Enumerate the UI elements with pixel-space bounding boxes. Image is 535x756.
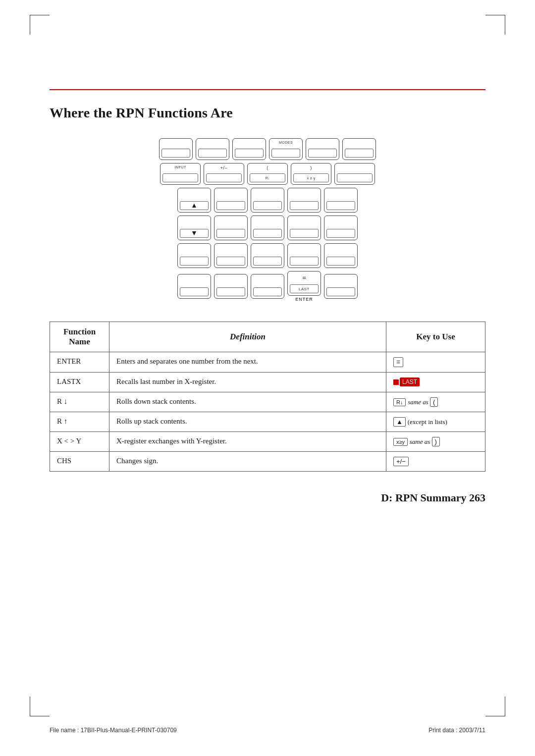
calc-btn-arrowdown: ▼ — [177, 216, 211, 240]
calc-btn — [287, 243, 321, 268]
key-rdown: R↓ same as ( — [386, 392, 485, 412]
def-enter: Enters and separates one number from the… — [109, 352, 386, 373]
th-definition: Definition — [109, 322, 386, 352]
calc-btn-arrowup: ▲ — [177, 188, 211, 213]
calc-btn — [177, 274, 211, 299]
th-function: FunctionName — [50, 322, 109, 352]
bottom-summary: D: RPN Summary 263 — [50, 491, 485, 504]
calc-btn — [251, 216, 284, 240]
calc-btn — [196, 138, 229, 160]
key-enter: = — [386, 352, 485, 373]
corner-mark-tl — [30, 15, 50, 35]
calc-btn — [324, 274, 358, 299]
calc-row-3: ▲ — [177, 188, 358, 213]
calc-btn-empty — [334, 163, 375, 185]
calc-btn-input: INPUT — [160, 163, 201, 185]
func-xxy: X < > Y — [50, 432, 109, 451]
calc-btn — [214, 243, 248, 268]
key-chs: +/− — [386, 451, 485, 471]
calc-btn — [251, 188, 284, 213]
func-lastx: LASTX — [50, 373, 109, 392]
def-lastx: Recalls last number in X-register. — [109, 373, 386, 392]
calc-btn-enter: = LAST — [287, 271, 321, 296]
calculator-diagram: MODES INPUT +/− ( — [163, 138, 372, 302]
func-enter: ENTER — [50, 352, 109, 373]
top-rule — [50, 89, 485, 90]
calc-btn — [324, 216, 358, 240]
calc-row-4: ▼ — [177, 216, 358, 240]
func-rdown: R ↓ — [50, 392, 109, 412]
table-row: ENTER Enters and separates one number fr… — [50, 352, 485, 373]
func-chs: CHS — [50, 451, 109, 471]
calc-btn — [177, 243, 211, 268]
calc-row-6: = LAST ENTER — [177, 271, 358, 302]
corner-mark-bl — [30, 697, 50, 716]
calc-btn — [287, 216, 321, 240]
calc-btn — [159, 138, 193, 160]
def-xxy: X-register exchanges with Y-register. — [109, 432, 386, 451]
enter-key-area: = LAST ENTER — [287, 271, 321, 302]
calc-btn — [342, 138, 376, 160]
calc-row-2: INPUT +/− ( R↓ ) x ≥ y — [160, 163, 375, 185]
corner-mark-tr — [485, 15, 505, 35]
page: Where the RPN Functions Are MODES — [0, 0, 535, 756]
def-rdown: Rolls down stack contents. — [109, 392, 386, 412]
calc-btn-xgeqy: ) x ≥ y — [291, 163, 331, 185]
calc-btn — [251, 274, 284, 299]
func-rup: R ↑ — [50, 412, 109, 432]
calc-btn-rolldown: ( R↓ — [247, 163, 288, 185]
footer-filename: File name : 17BII-Plus-Manual-E-PRINT-03… — [50, 727, 177, 734]
calc-btn — [306, 138, 339, 160]
calc-btn-modes: MODES — [269, 138, 303, 160]
calc-btn — [214, 188, 248, 213]
table-row: R ↓ Rolls down stack contents. R↓ same a… — [50, 392, 485, 412]
calc-row-1: MODES — [159, 138, 376, 160]
footer-printdate: Print data : 2003/7/11 — [428, 727, 485, 734]
corner-mark-br — [485, 697, 505, 716]
table-row: LASTX Recalls last number in X-register.… — [50, 373, 485, 392]
calc-btn — [214, 274, 248, 299]
th-keyuse: Key to Use — [386, 322, 485, 352]
calc-row-5 — [177, 243, 358, 268]
calc-btn-plusminus: +/− — [204, 163, 244, 185]
calc-btn — [287, 188, 321, 213]
page-footer: File name : 17BII-Plus-Manual-E-PRINT-03… — [50, 727, 485, 734]
key-lastx: LAST — [386, 373, 485, 392]
def-chs: Changes sign. — [109, 451, 386, 471]
key-xxy: x≥y same as ) — [386, 432, 485, 451]
calc-btn — [232, 138, 266, 160]
table-row: CHS Changes sign. +/− — [50, 451, 485, 471]
calc-btn — [324, 243, 358, 268]
def-rup: Rolls up stack contents. — [109, 412, 386, 432]
calc-btn — [251, 243, 284, 268]
calc-btn — [324, 188, 358, 213]
calc-btn — [214, 216, 248, 240]
table-row: R ↑ Rolls up stack contents. ▲ (except i… — [50, 412, 485, 432]
page-title: Where the RPN Functions Are — [50, 105, 485, 121]
rpn-table: FunctionName Definition Key to Use ENTER… — [50, 322, 485, 472]
key-rup: ▲ (except in lists) — [386, 412, 485, 432]
table-row: X < > Y X-register exchanges with Y-regi… — [50, 432, 485, 451]
